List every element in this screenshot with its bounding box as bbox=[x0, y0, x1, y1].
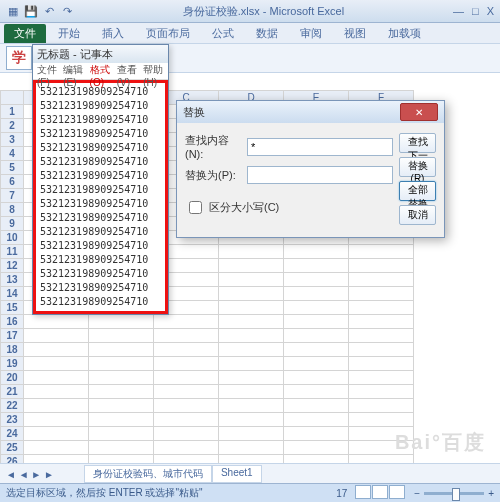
cell[interactable] bbox=[24, 399, 89, 413]
cell[interactable] bbox=[219, 259, 284, 273]
cell[interactable] bbox=[89, 343, 154, 357]
row-header[interactable]: 3 bbox=[1, 133, 24, 147]
cell[interactable] bbox=[89, 385, 154, 399]
cell[interactable] bbox=[219, 343, 284, 357]
sheet-tabs[interactable]: 身份证校验码、城市代码Sheet1 bbox=[84, 465, 262, 483]
row-header[interactable]: 21 bbox=[1, 385, 24, 399]
file-tab[interactable]: 文件 bbox=[4, 24, 46, 43]
cell[interactable] bbox=[219, 441, 284, 455]
find-next-button[interactable]: 查找下一个(F) bbox=[399, 133, 436, 153]
row-header[interactable]: 19 bbox=[1, 357, 24, 371]
cell[interactable] bbox=[154, 413, 219, 427]
view-buttons[interactable] bbox=[355, 485, 406, 501]
cell[interactable] bbox=[284, 441, 349, 455]
cell[interactable] bbox=[219, 399, 284, 413]
match-case-checkbox[interactable] bbox=[189, 201, 202, 214]
cell[interactable] bbox=[349, 315, 414, 329]
notepad-text-area[interactable]: 5321231989092547105321231989092547105321… bbox=[33, 80, 168, 314]
xue-icon[interactable]: 学 bbox=[6, 46, 32, 70]
row-header[interactable]: 22 bbox=[1, 399, 24, 413]
row-header[interactable]: 20 bbox=[1, 371, 24, 385]
notepad-menu-item[interactable]: 查看(V) bbox=[117, 63, 137, 79]
cell[interactable] bbox=[89, 427, 154, 441]
tab-nav-buttons[interactable]: ◄ ◄ ► ► bbox=[6, 469, 54, 480]
cell[interactable] bbox=[284, 413, 349, 427]
ribbon-tab[interactable]: 数据 bbox=[246, 24, 288, 43]
minimize-button[interactable]: — bbox=[453, 5, 464, 17]
cell[interactable] bbox=[284, 315, 349, 329]
row-header[interactable]: 2 bbox=[1, 119, 24, 133]
row-header[interactable]: 17 bbox=[1, 329, 24, 343]
find-input[interactable] bbox=[247, 138, 393, 156]
row-header[interactable]: 13 bbox=[1, 273, 24, 287]
cell[interactable] bbox=[89, 441, 154, 455]
sheet-tab[interactable]: 身份证校验码、城市代码 bbox=[84, 465, 212, 483]
cell[interactable] bbox=[219, 273, 284, 287]
row-header[interactable]: 7 bbox=[1, 189, 24, 203]
cell[interactable] bbox=[349, 329, 414, 343]
ribbon-tab[interactable]: 插入 bbox=[92, 24, 134, 43]
cell[interactable] bbox=[24, 371, 89, 385]
row-header[interactable]: 14 bbox=[1, 287, 24, 301]
cell[interactable] bbox=[284, 259, 349, 273]
notepad-menu[interactable]: 文件(F)编辑(E)格式(O)查看(V)帮助(H) bbox=[33, 63, 168, 80]
cell[interactable] bbox=[154, 329, 219, 343]
cell[interactable] bbox=[219, 357, 284, 371]
cell[interactable] bbox=[349, 343, 414, 357]
row-header[interactable]: 10 bbox=[1, 231, 24, 245]
row-header[interactable]: 25 bbox=[1, 441, 24, 455]
cell[interactable] bbox=[349, 399, 414, 413]
row-header[interactable]: 1 bbox=[1, 105, 24, 119]
row-header[interactable]: 6 bbox=[1, 175, 24, 189]
cell[interactable] bbox=[284, 329, 349, 343]
cell[interactable] bbox=[24, 315, 89, 329]
zoom-slider[interactable] bbox=[424, 492, 484, 495]
cell[interactable] bbox=[219, 385, 284, 399]
ribbon-tab[interactable]: 开始 bbox=[48, 24, 90, 43]
cell[interactable] bbox=[89, 357, 154, 371]
cancel-button[interactable]: 取消 bbox=[399, 205, 436, 225]
dialog-close-button[interactable]: ✕ bbox=[400, 103, 438, 121]
maximize-button[interactable]: □ bbox=[472, 5, 479, 17]
cell[interactable] bbox=[24, 413, 89, 427]
cell[interactable] bbox=[24, 427, 89, 441]
cell[interactable] bbox=[219, 371, 284, 385]
cell[interactable] bbox=[349, 357, 414, 371]
cell[interactable] bbox=[219, 245, 284, 259]
row-header[interactable]: 15 bbox=[1, 301, 24, 315]
cell[interactable] bbox=[154, 399, 219, 413]
row-header[interactable]: 24 bbox=[1, 427, 24, 441]
cell[interactable] bbox=[24, 385, 89, 399]
ribbon-tab[interactable]: 视图 bbox=[334, 24, 376, 43]
ribbon-tab[interactable]: 公式 bbox=[202, 24, 244, 43]
cell[interactable] bbox=[284, 385, 349, 399]
cell[interactable] bbox=[89, 329, 154, 343]
cell[interactable] bbox=[284, 357, 349, 371]
cell[interactable] bbox=[154, 385, 219, 399]
cell[interactable] bbox=[24, 329, 89, 343]
cell[interactable] bbox=[284, 273, 349, 287]
cell[interactable] bbox=[154, 441, 219, 455]
cell[interactable] bbox=[349, 259, 414, 273]
cell[interactable] bbox=[24, 343, 89, 357]
replace-input[interactable] bbox=[247, 166, 393, 184]
cell[interactable] bbox=[219, 413, 284, 427]
notepad-menu-item[interactable]: 文件(F) bbox=[37, 63, 57, 79]
replace-all-button[interactable]: 全部替换(A) bbox=[399, 181, 436, 201]
notepad-menu-item[interactable]: 格式(O) bbox=[90, 63, 111, 79]
zoom-control[interactable]: − + bbox=[414, 488, 494, 499]
cell[interactable] bbox=[349, 301, 414, 315]
replace-button[interactable]: 替换(R) bbox=[399, 157, 436, 177]
cell[interactable] bbox=[219, 427, 284, 441]
cell[interactable] bbox=[349, 287, 414, 301]
cell[interactable] bbox=[219, 301, 284, 315]
cell[interactable] bbox=[219, 329, 284, 343]
cell[interactable] bbox=[349, 371, 414, 385]
cell[interactable] bbox=[154, 357, 219, 371]
cell[interactable] bbox=[154, 371, 219, 385]
cell[interactable] bbox=[89, 371, 154, 385]
close-button[interactable]: X bbox=[487, 5, 494, 17]
cell[interactable] bbox=[284, 245, 349, 259]
cell[interactable] bbox=[284, 427, 349, 441]
row-header[interactable]: 23 bbox=[1, 413, 24, 427]
